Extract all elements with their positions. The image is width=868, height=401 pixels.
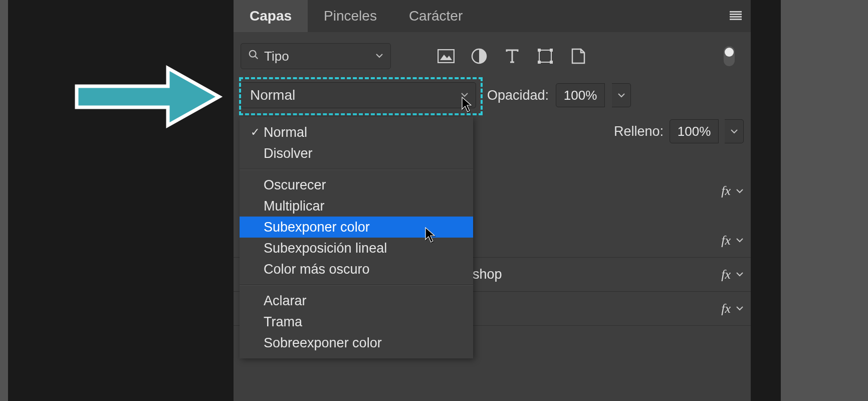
svg-point-0 [250, 51, 256, 57]
menu-item-sobreexponer-color[interactable]: Sobreexponer color [240, 332, 473, 353]
chevron-down-icon[interactable] [736, 303, 744, 314]
blend-mode-select[interactable]: Normal [241, 82, 476, 108]
filter-type-label: Tipo [264, 49, 289, 64]
fill-label: Relleno: [614, 124, 664, 139]
menu-item-color-mas-oscuro[interactable]: Color más oscuro [240, 259, 473, 280]
menu-item-oscurecer[interactable]: Oscurecer [240, 174, 473, 195]
menu-item-subexponer-color[interactable]: Subexponer color [240, 217, 473, 238]
menu-item-normal[interactable]: ✓ Normal [240, 122, 473, 143]
menu-separator [240, 169, 473, 169]
svg-rect-5 [539, 50, 551, 62]
check-icon: ✓ [247, 126, 264, 139]
blend-mode-dropdown-menu: ✓ Normal Disolver Oscurecer Multiplicar [240, 117, 473, 358]
filter-shape-icon[interactable] [536, 47, 554, 65]
blend-mode-row: Normal ✓ Normal Disolver Oscurece [234, 76, 751, 114]
fx-indicator: fx [721, 267, 731, 282]
svg-rect-6 [538, 49, 541, 52]
svg-marker-3 [440, 55, 452, 60]
fill-input[interactable]: 100% [670, 119, 719, 143]
panel-tabs-bar: Capas Pinceles Carácter [234, 0, 751, 32]
filter-toggle[interactable] [724, 46, 735, 66]
chevron-down-icon [461, 91, 469, 100]
svg-rect-9 [550, 61, 553, 64]
svg-rect-2 [438, 50, 454, 63]
fx-indicator: fx [721, 233, 731, 248]
fx-indicator: fx [721, 301, 731, 316]
opacity-label: Opacidad: [487, 88, 549, 103]
filter-type-icon[interactable] [503, 47, 521, 65]
tab-caracter[interactable]: Carácter [393, 0, 479, 32]
tab-capas[interactable]: Capas [234, 0, 308, 32]
canvas-area-left [8, 0, 234, 401]
menu-item-multiplicar[interactable]: Multiplicar [240, 195, 473, 217]
panel-menu-icon[interactable] [730, 11, 742, 20]
tab-pinceles[interactable]: Pinceles [308, 0, 393, 32]
fill-dropdown-button[interactable] [725, 119, 744, 143]
canvas-area-right [751, 0, 781, 401]
menu-item-disolver[interactable]: Disolver [240, 143, 473, 164]
svg-rect-7 [550, 49, 553, 52]
chevron-down-icon [375, 52, 383, 61]
menu-item-aclarar[interactable]: Aclarar [240, 290, 473, 311]
opacity-dropdown-button[interactable] [612, 83, 631, 107]
fx-indicator: fx [721, 183, 731, 198]
opacity-input[interactable]: 100% [556, 83, 605, 107]
menu-item-subexposicion-lineal[interactable]: Subexposición lineal [240, 238, 473, 259]
menu-item-trama[interactable]: Trama [240, 311, 473, 332]
blend-mode-current: Normal [250, 87, 295, 103]
search-icon [248, 49, 259, 63]
svg-rect-8 [538, 61, 541, 64]
layers-panel: Capas Pinceles Carácter Tipo [234, 0, 751, 401]
filter-smartobject-icon[interactable] [569, 47, 587, 65]
blend-dropdown-wrapper: Normal ✓ Normal Disolver Oscurece [241, 82, 476, 108]
chevron-down-icon[interactable] [736, 186, 744, 196]
menu-separator [240, 285, 473, 285]
filter-adjustment-icon[interactable] [470, 47, 488, 65]
filter-pixel-icon[interactable] [437, 47, 455, 65]
chevron-down-icon[interactable] [736, 269, 744, 280]
layer-filter-row: Tipo [234, 32, 751, 76]
filter-icons-group [437, 47, 587, 65]
svg-line-1 [255, 56, 258, 59]
filter-type-select[interactable]: Tipo [241, 43, 391, 69]
chevron-down-icon[interactable] [736, 235, 744, 246]
